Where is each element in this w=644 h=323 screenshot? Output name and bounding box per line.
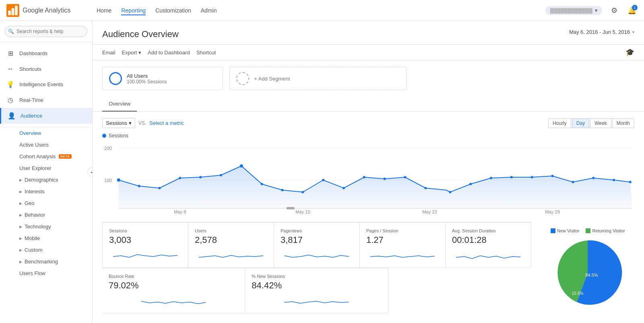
nav-reporting[interactable]: Reporting bbox=[121, 6, 146, 15]
expand-icon: ▶ bbox=[19, 213, 22, 217]
chart-point bbox=[404, 176, 406, 178]
logo-area: Google Analytics bbox=[6, 4, 87, 17]
sparkline-chart bbox=[252, 294, 381, 306]
learn-icon[interactable]: 🎓 bbox=[625, 48, 634, 57]
expand-icon: ▶ bbox=[19, 190, 22, 194]
beta-badge: BETA bbox=[59, 154, 71, 159]
sidebar-sub-interests[interactable]: ▶ Interests bbox=[19, 186, 92, 197]
account-selector[interactable]: ▓▓▓▓▓▓▓▓▓▓▓▓ ▾ bbox=[545, 6, 602, 15]
svg-text:May 15: May 15 bbox=[295, 209, 310, 214]
tab-overview[interactable]: Overview bbox=[102, 97, 137, 112]
new-visitor-label: New Visitor bbox=[557, 228, 579, 233]
segment-name: All Users bbox=[127, 73, 167, 79]
time-btn-hourly[interactable]: Hourly bbox=[548, 118, 571, 128]
chart-point bbox=[424, 187, 427, 189]
action-bar: Email Export ▾ Add to Dashboard Shortcut… bbox=[93, 45, 644, 60]
main-content: Audience Overview May 6, 2016 - Jun 5, 2… bbox=[93, 21, 644, 323]
page-title: Audience Overview bbox=[102, 29, 179, 39]
returning-visitor-color bbox=[586, 228, 590, 233]
metric-label: Sessions bbox=[106, 120, 127, 126]
sidebar-item-dashboards[interactable]: ⊞ Dashboards bbox=[0, 46, 92, 61]
chart-point bbox=[510, 176, 513, 178]
sidebar-item-audience[interactable]: 👤 Audience bbox=[0, 108, 92, 124]
chart-slider[interactable] bbox=[287, 207, 295, 209]
chart-point bbox=[363, 176, 365, 178]
sidebar-sub-mobile[interactable]: ▶ Mobile bbox=[19, 232, 92, 244]
stat-card-new-sessions: % New Sessions 84.42% bbox=[245, 268, 388, 313]
export-button[interactable]: Export ▾ bbox=[122, 50, 142, 56]
stat-value: 1.27 bbox=[366, 235, 439, 245]
segment-percentage: 100.00% Sessions bbox=[127, 79, 167, 85]
sidebar-item-label: Dashboards bbox=[19, 50, 47, 56]
search-input[interactable] bbox=[5, 26, 87, 37]
sessions-legend-dot bbox=[102, 134, 106, 138]
sidebar-item-label: Intelligence Events bbox=[19, 81, 63, 87]
sessions-chart: 200 100 bbox=[102, 142, 634, 215]
chart-point bbox=[158, 187, 161, 189]
sidebar-sub-behavior[interactable]: ▶ Behavior bbox=[19, 209, 92, 221]
sidebar-item-shortcuts[interactable]: ↔ Shortcuts bbox=[0, 61, 92, 77]
main-nav: Home Reporting Customization Admin bbox=[97, 6, 217, 15]
nav-admin[interactable]: Admin bbox=[201, 6, 217, 15]
add-segment-icon bbox=[236, 72, 249, 85]
metric-selector[interactable]: Sessions ▾ bbox=[102, 118, 135, 128]
sidebar-item-real-time[interactable]: ◷ Real-Time bbox=[0, 92, 92, 108]
chart-point bbox=[592, 177, 594, 179]
shortcuts-icon: ↔ bbox=[6, 65, 14, 72]
segment-all-users[interactable]: All Users 100.00% Sessions bbox=[102, 67, 223, 90]
email-button[interactable]: Email bbox=[102, 50, 116, 56]
date-range-text: May 6, 2016 - Jun 5, 2016 bbox=[569, 29, 630, 35]
stat-value: 00:01:28 bbox=[452, 235, 524, 245]
sidebar-sub-benchmarking[interactable]: ▶ Benchmarking bbox=[19, 256, 92, 267]
time-button-group: Hourly Day Week Month bbox=[548, 118, 634, 128]
stat-label: % New Sessions bbox=[252, 274, 381, 279]
stat-value: 3,817 bbox=[281, 235, 353, 245]
account-caret-icon: ▾ bbox=[595, 8, 597, 13]
settings-button[interactable]: ⚙ bbox=[609, 5, 620, 16]
stat-card-users: Users 2,578 bbox=[188, 222, 274, 268]
settings-icon: ⚙ bbox=[611, 6, 617, 15]
sidebar-sub-cohort-analysis[interactable]: Cohort Analysis BETA bbox=[19, 151, 92, 162]
stat-label: Sessions bbox=[109, 228, 182, 233]
sidebar-sub-active-users[interactable]: Active Users bbox=[19, 139, 92, 151]
notifications-button[interactable]: 🔔 1 bbox=[626, 5, 638, 16]
stat-card-avg-session: Avg. Session Duration 00:01:28 bbox=[446, 222, 531, 268]
sidebar-sub-overview[interactable]: Overview bbox=[19, 127, 92, 139]
nav-home[interactable]: Home bbox=[97, 6, 111, 15]
dashboards-icon: ⊞ bbox=[6, 50, 14, 57]
ga-logo-icon bbox=[6, 4, 19, 17]
sparkline-chart bbox=[366, 248, 439, 261]
time-btn-day[interactable]: Day bbox=[572, 118, 589, 128]
stat-label: Pages / Session bbox=[366, 228, 439, 233]
chart-controls-left: Sessions ▾ VS. Select a metric bbox=[102, 118, 184, 128]
chart-point bbox=[138, 185, 140, 187]
add-dashboard-button[interactable]: Add to Dashboard bbox=[148, 50, 190, 56]
time-btn-week[interactable]: Week bbox=[590, 118, 611, 128]
svg-text:100: 100 bbox=[104, 178, 112, 183]
date-range-picker[interactable]: May 6, 2016 - Jun 5, 2016 ▾ bbox=[569, 29, 634, 35]
sidebar-sub-geo[interactable]: ▶ Geo bbox=[19, 197, 92, 209]
sidebar-item-intelligence-events[interactable]: 💡 Intelligence Events bbox=[0, 77, 92, 92]
sidebar-sub-user-explorer[interactable]: User Explorer bbox=[19, 162, 92, 174]
select-metric-link[interactable]: Select a metric bbox=[149, 120, 184, 126]
sidebar-item-label: Audience bbox=[21, 113, 42, 119]
time-btn-month[interactable]: Month bbox=[612, 118, 634, 128]
chart-point bbox=[322, 179, 324, 181]
add-segment-button[interactable]: + Add Segment bbox=[229, 67, 407, 90]
chart-area-fill bbox=[119, 166, 632, 208]
stat-label: Avg. Session Duration bbox=[452, 228, 524, 233]
nav-customization[interactable]: Customization bbox=[155, 6, 191, 15]
date-range-caret-icon: ▾ bbox=[632, 30, 634, 34]
legend-returning-visitor: Returning Visitor bbox=[586, 228, 625, 233]
sidebar-sub-users-flow[interactable]: Users Flow bbox=[19, 267, 92, 279]
shortcut-button[interactable]: Shortcut bbox=[196, 50, 216, 56]
stat-label: Bounce Rate bbox=[109, 274, 238, 279]
sessions-legend-label: Sessions bbox=[109, 133, 128, 139]
sidebar-sub-custom[interactable]: ▶ Custom bbox=[19, 244, 92, 256]
chart-point bbox=[613, 179, 615, 181]
sidebar-sub-demographics[interactable]: ▶ Demographics bbox=[19, 174, 92, 186]
svg-rect-3 bbox=[15, 6, 18, 15]
overview-tab-bar: Overview bbox=[93, 97, 644, 112]
pie-section: New Visitor Returning Visitor bbox=[531, 222, 644, 313]
sidebar-sub-technology[interactable]: ▶ Technology bbox=[19, 221, 92, 232]
